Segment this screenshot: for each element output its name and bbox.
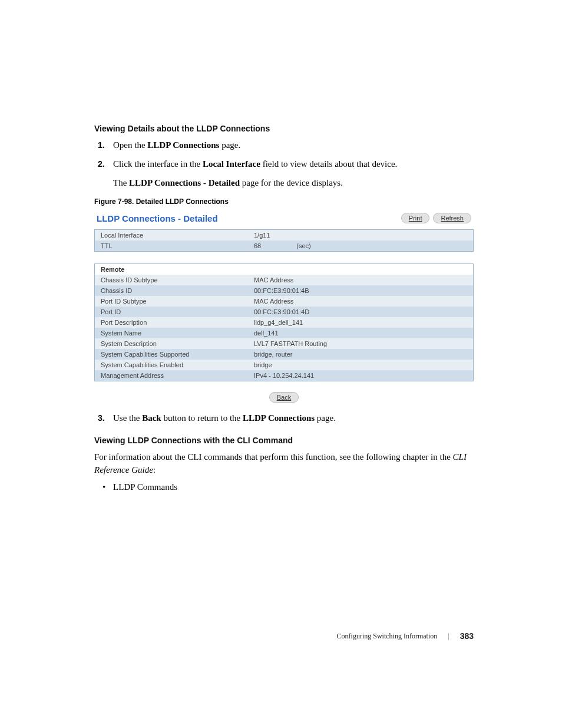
lldp-detail-screenshot: LLDP Connections - Detailed Print Refres… [94, 213, 474, 403]
text: Use the [113, 413, 142, 423]
cell-value-group: 68 (sec) [254, 242, 311, 249]
top-section: Local Interface 1/g11 TTL 68 (sec) [94, 229, 474, 252]
cell-value: 00:FC:E3:90:01:4B [254, 287, 309, 294]
back-button[interactable]: Back [269, 392, 299, 403]
cell-label: Port ID [101, 308, 254, 315]
step-3: 3. Use the Back button to return to the … [98, 412, 474, 425]
section-header-remote: Remote [95, 264, 473, 275]
cell-label: Local Interface [101, 232, 254, 239]
text: page. [222, 140, 240, 150]
table-row: Chassis ID00:FC:E3:90:01:4B [95, 285, 473, 296]
ordered-steps-2: 3. Use the Back button to return to the … [98, 412, 474, 425]
text: Open the [113, 140, 147, 150]
text: For information about the CLI commands t… [94, 452, 453, 462]
screenshot-header: LLDP Connections - Detailed Print Refres… [94, 213, 474, 229]
cell-value: 1/g11 [254, 232, 270, 239]
cell-label: TTL [101, 242, 254, 249]
cell-label: Chassis ID [101, 287, 254, 294]
step-number: 2. [98, 158, 113, 190]
table-row: TTL 68 (sec) [95, 241, 473, 251]
figure-label: Figure 7-98. Detailed LLDP Connections [94, 197, 474, 206]
back-button-row: Back [94, 392, 474, 403]
text-bold: Local Interface [203, 159, 260, 169]
cell-label: Management Address [101, 372, 254, 379]
cell-label: Port ID Subtype [101, 298, 254, 305]
bullet-icon: • [103, 480, 113, 494]
cell-value: 68 [254, 242, 261, 249]
list-item-text: LLDP Commands [113, 480, 177, 494]
step-1: 1. Open the LLDP Connections page. [98, 139, 474, 152]
cell-value: IPv4 - 10.254.24.141 [254, 372, 314, 379]
text-bold: LLDP Connections - Detailed [129, 178, 240, 187]
table-row: System Capabilities Supportedbridge, rou… [95, 349, 473, 360]
cell-value: MAC Address [254, 276, 293, 284]
step-body: Click the interface in the Local Interfa… [113, 158, 474, 190]
footer-chapter: Configuring Switching Information [337, 632, 438, 641]
refresh-button[interactable]: Refresh [433, 213, 471, 223]
print-button[interactable]: Print [401, 213, 430, 223]
ordered-steps-1: 1. Open the LLDP Connections page. 2. Cl… [98, 139, 474, 189]
table-row: Management AddressIPv4 - 10.254.24.141 [95, 370, 473, 381]
cell-label: System Description [101, 340, 254, 347]
cell-value: lldp_g4_dell_141 [254, 319, 303, 326]
text: : [153, 465, 156, 475]
page: Viewing Details about the LLDP Connectio… [0, 0, 562, 728]
table-row: Port ID SubtypeMAC Address [95, 296, 473, 307]
table-row: Local Interface 1/g11 [95, 230, 473, 241]
cell-value: MAC Address [254, 298, 293, 305]
page-footer: Configuring Switching Information | 383 [337, 631, 474, 641]
panel-title: LLDP Connections - Detailed [97, 213, 218, 223]
table-row: Chassis ID SubtypeMAC Address [95, 275, 473, 285]
section-heading-1: Viewing Details about the LLDP Connectio… [94, 124, 474, 133]
paragraph: For information about the CLI commands t… [94, 451, 474, 477]
footer-separator-icon: | [448, 632, 449, 641]
table-row: Port ID00:FC:E3:90:01:4D [95, 307, 473, 317]
list-item: • LLDP Commands [103, 480, 474, 494]
cell-label: Port Description [101, 319, 254, 326]
cell-value: bridge, router [254, 351, 292, 358]
cell-unit: (sec) [296, 242, 310, 249]
text-bold: LLDP Connections [147, 140, 219, 150]
text: page. [317, 413, 336, 423]
step-2: 2. Click the interface in the Local Inte… [98, 158, 474, 190]
panel-buttons: Print Refresh [401, 213, 471, 223]
text: button to return to the [163, 413, 243, 423]
table-row: System DescriptionLVL7 FASTPATH Routing [95, 338, 473, 349]
section-heading-2: Viewing LLDP Connections with the CLI Co… [94, 436, 474, 445]
table-row: System Capabilities Enabledbridge [95, 360, 473, 370]
cell-label: System Capabilities Enabled [101, 361, 254, 368]
cell-label: System Name [101, 330, 254, 337]
table-row: Port Descriptionlldp_g4_dell_141 [95, 317, 473, 328]
cell-label: System Capabilities Supported [101, 351, 254, 358]
spacer [94, 252, 474, 263]
remote-section: Remote Chassis ID SubtypeMAC Address Cha… [94, 263, 474, 381]
step-number: 1. [98, 139, 113, 152]
text-bold: LLDP Connections [243, 413, 315, 423]
cell-value: 00:FC:E3:90:01:4D [254, 308, 309, 315]
table-row: System Namedell_141 [95, 328, 473, 338]
text: field to view details about that device. [263, 159, 398, 169]
text: page for the device displays. [242, 178, 343, 187]
text: The [113, 178, 129, 187]
step-body: Open the LLDP Connections page. [113, 139, 474, 152]
bullet-list: • LLDP Commands [103, 480, 474, 494]
text: Click the interface in the [113, 159, 203, 169]
cell-value: bridge [254, 361, 272, 368]
cell-value: dell_141 [254, 330, 279, 337]
cell-label: Chassis ID Subtype [101, 276, 254, 284]
text-bold: Back [142, 413, 161, 423]
cell-value: LVL7 FASTPATH Routing [254, 340, 327, 347]
step-body: Use the Back button to return to the LLD… [113, 412, 474, 425]
step-number: 3. [98, 412, 113, 425]
page-number: 383 [460, 631, 474, 641]
